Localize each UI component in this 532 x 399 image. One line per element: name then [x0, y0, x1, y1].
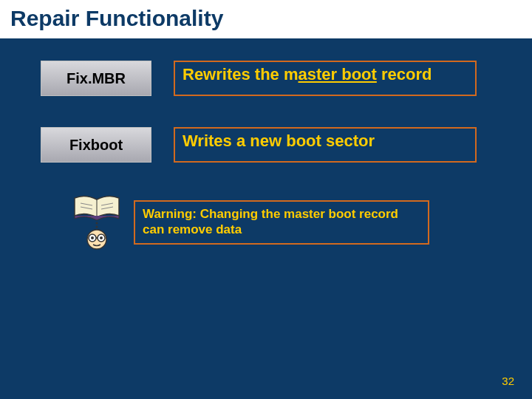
command-box-fixmbr: Fix.MBR: [41, 61, 151, 96]
description-box: Rewrites the master boot record: [174, 61, 477, 96]
reader-clipart-icon: [70, 194, 123, 251]
desc-text: Writes a new boot sector: [183, 132, 375, 150]
svg-point-11: [91, 236, 94, 239]
description-box: Writes a new boot sector: [174, 127, 477, 163]
slide-title: Repair Functionality: [10, 6, 522, 31]
desc-text: record: [377, 65, 432, 83]
svg-point-5: [96, 222, 98, 225]
warning-section: Warning: Changing the master boot record…: [70, 194, 495, 251]
svg-point-6: [96, 226, 98, 228]
svg-point-12: [100, 236, 103, 239]
command-row: Fix.MBR Rewrites the master boot record: [41, 61, 495, 96]
slide-content: Fix.MBR Rewrites the master boot record …: [0, 38, 532, 251]
page-number: 32: [502, 375, 514, 387]
command-box-fixboot: Fixboot: [41, 127, 151, 163]
desc-link: aster boot: [299, 65, 377, 83]
warning-box: Warning: Changing the master boot record…: [134, 200, 429, 245]
title-bar: Repair Functionality: [0, 0, 532, 38]
desc-text: Rewrites the m: [183, 65, 299, 83]
warning-text: Warning: Changing the master boot record…: [143, 207, 398, 236]
command-row: Fixboot Writes a new boot sector: [41, 127, 495, 163]
